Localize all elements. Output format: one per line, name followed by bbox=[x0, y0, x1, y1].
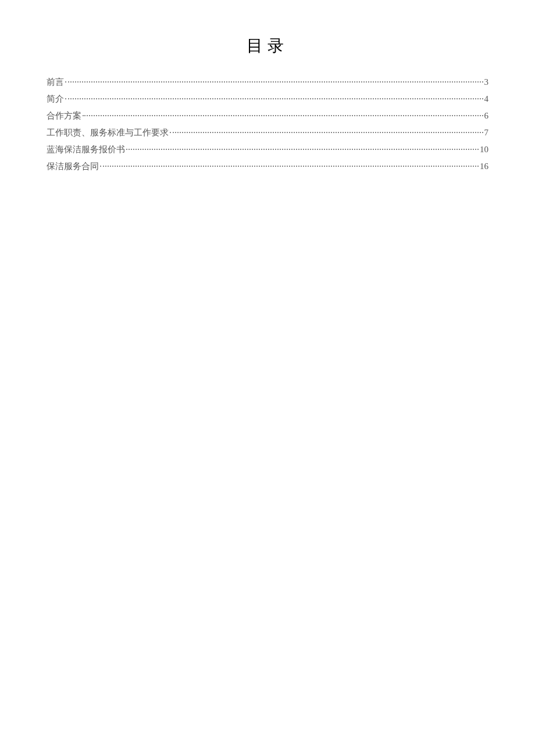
toc-entry: 蓝海保洁服务报价书 10 bbox=[47, 142, 488, 157]
table-of-contents: 前言 3 简介 4 合作方案 6 工作职责、服务标准与工作要求 7 蓝海保洁服务… bbox=[47, 74, 488, 174]
toc-leader-dots bbox=[126, 149, 479, 150]
toc-entry: 工作职责、服务标准与工作要求 7 bbox=[47, 125, 488, 141]
toc-leader-dots bbox=[170, 132, 483, 133]
toc-entry: 保洁服务合同 16 bbox=[47, 159, 488, 174]
toc-entry-page: 3 bbox=[484, 74, 489, 90]
toc-entry-label: 蓝海保洁服务报价书 bbox=[47, 142, 125, 157]
toc-entry-label: 前言 bbox=[47, 74, 64, 90]
toc-leader-dots bbox=[65, 81, 483, 83]
toc-entry-page: 4 bbox=[484, 91, 489, 107]
toc-entry-page: 6 bbox=[484, 108, 489, 124]
toc-entry-page: 7 bbox=[484, 125, 489, 141]
toc-entry-label: 合作方案 bbox=[47, 108, 81, 124]
toc-entry-page: 16 bbox=[480, 159, 488, 174]
toc-entry: 简介 4 bbox=[47, 91, 488, 107]
toc-entry: 合作方案 6 bbox=[47, 108, 488, 124]
toc-leader-dots bbox=[100, 166, 479, 167]
toc-entry-label: 简介 bbox=[47, 91, 64, 107]
toc-entry-label: 保洁服务合同 bbox=[47, 159, 99, 174]
toc-leader-dots bbox=[83, 115, 483, 116]
page-title: 目录 bbox=[47, 35, 488, 57]
toc-entry-label: 工作职责、服务标准与工作要求 bbox=[47, 125, 169, 141]
toc-leader-dots bbox=[65, 98, 483, 99]
toc-entry: 前言 3 bbox=[47, 74, 488, 90]
toc-entry-page: 10 bbox=[480, 142, 488, 157]
